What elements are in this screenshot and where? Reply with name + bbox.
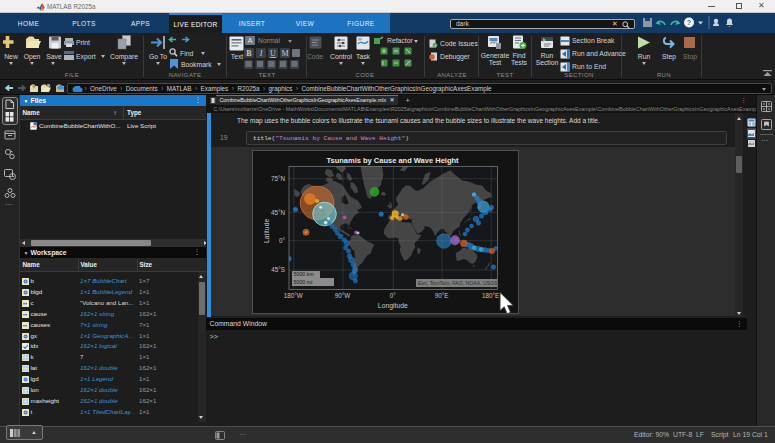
svg-text:U: U bbox=[270, 49, 276, 58]
svg-text:B: B bbox=[246, 49, 252, 58]
svg-text:?: ? bbox=[687, 19, 691, 26]
svg-text:M: M bbox=[281, 49, 288, 58]
svg-text:A: A bbox=[248, 37, 253, 44]
svg-text:I: I bbox=[259, 49, 263, 58]
